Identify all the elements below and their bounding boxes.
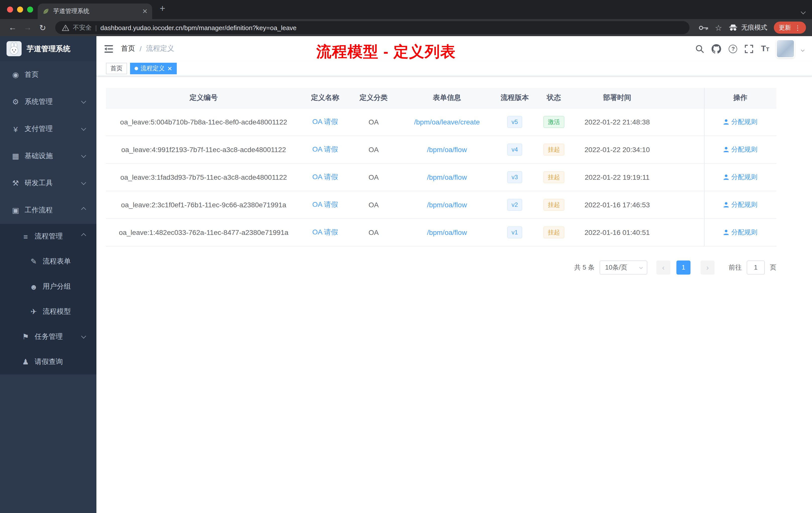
cell-definition-id: oa_leave:1:482ec033-762a-11ec-8477-a2380…	[106, 218, 301, 246]
version-tag: v1	[507, 226, 522, 238]
definition-table: 定义编号 定义名称 定义分类 表单信息 流程版本 状态 部署时间 操作	[106, 88, 776, 246]
cell-action: 分配规则	[704, 191, 776, 218]
browser-tab[interactable]: 芋道管理系统 ✕	[38, 3, 152, 19]
definition-name-link[interactable]: OA 请假	[312, 145, 338, 153]
tab-strip: 芋道管理系统 ✕ +	[0, 0, 812, 19]
assign-rule-link[interactable]: 分配规则	[723, 228, 757, 237]
form-icon: ✎	[29, 257, 38, 266]
new-tab-button[interactable]: +	[160, 3, 165, 13]
form-link[interactable]: /bpm/oa/flow	[427, 145, 467, 153]
next-page-button[interactable]: ›	[700, 260, 715, 274]
app-navbar: 首页 / 流程定义 流程模型 - 定义列表 ? TT	[96, 36, 812, 61]
status-badge: 挂起	[543, 171, 564, 183]
reload-button[interactable]: ↻	[36, 23, 49, 32]
zoom-window-button[interactable]	[27, 6, 33, 12]
sidebar-item-dev-tools[interactable]: ⚒ 研发工具	[0, 170, 96, 197]
users-icon: ☻	[29, 282, 38, 291]
page-size-select[interactable]: 10条/页	[600, 260, 647, 274]
sidebar-logo-row[interactable]: 芋道管理系统	[0, 36, 96, 61]
form-link[interactable]: /bpm/oa/flow	[427, 228, 467, 236]
chevron-up-icon	[81, 233, 86, 238]
gear-icon: ⚙	[11, 97, 20, 107]
chevron-down-icon	[81, 180, 86, 185]
sidebar-item-user-group[interactable]: ☻ 用户分组	[0, 274, 96, 299]
sidebar-item-label: 流程管理	[35, 232, 63, 241]
version-tag: v5	[507, 116, 522, 128]
definition-name-link[interactable]: OA 请假	[312, 117, 338, 125]
tab-search-chevron-icon[interactable]	[802, 6, 805, 16]
monitor-icon: ▦	[11, 152, 20, 161]
sidebar-item-home[interactable]: ◉ 首页	[0, 61, 96, 88]
page-number-1[interactable]: 1	[676, 260, 691, 274]
back-button[interactable]: ←	[6, 23, 19, 32]
bookmark-star-icon[interactable]: ☆	[715, 23, 722, 32]
github-icon[interactable]	[712, 44, 721, 54]
assign-rule-link[interactable]: 分配规则	[723, 145, 757, 154]
avatar[interactable]	[777, 40, 794, 57]
cell-form: /bpm/oa/flow	[398, 191, 496, 218]
table-row: oa_leave:4:991f2193-7b7f-11ec-a3c8-acde4…	[106, 135, 776, 163]
cell-form: /bpm/oa/leave/create	[398, 108, 496, 135]
definition-name-link[interactable]: OA 请假	[312, 200, 338, 208]
prev-page-button[interactable]: ‹	[656, 260, 670, 274]
column-header-category: 定义分类	[349, 88, 398, 108]
pagination-total: 共 5 条	[574, 263, 594, 272]
incognito-badge[interactable]: 无痕模式	[729, 23, 767, 32]
goto-page-input[interactable]	[747, 260, 765, 274]
browser-menu-icon[interactable]: ⋮	[794, 24, 801, 31]
assign-rule-link[interactable]: 分配规则	[723, 117, 757, 126]
form-link[interactable]: /bpm/oa/leave/create	[414, 118, 480, 126]
search-icon[interactable]	[696, 44, 704, 53]
cell-form: /bpm/oa/flow	[398, 135, 496, 163]
tag-label: 首页	[111, 64, 122, 73]
url-field[interactable]: 不安全 | dashboard.yudao.iocoder.cn/bpm/man…	[55, 21, 689, 34]
assign-rule-link[interactable]: 分配规则	[723, 173, 757, 181]
tag-process-definition[interactable]: 流程定义 ✕	[130, 63, 177, 74]
assign-rule-label: 分配规则	[731, 200, 757, 209]
assign-rule-link[interactable]: 分配规则	[723, 200, 757, 209]
cell-action: 分配规则	[704, 163, 776, 191]
address-bar-actions: ☆ 无痕模式 更新 ⋮	[695, 22, 806, 34]
sidebar-item-leave-query[interactable]: ♟ 请假查询	[0, 350, 96, 374]
font-size-icon[interactable]: TT	[761, 44, 769, 53]
table-row: oa_leave:5:004b710b-7b8a-11ec-8ef0-acde4…	[106, 108, 776, 135]
security-label[interactable]: 不安全	[73, 23, 92, 32]
sidebar-item-process-model[interactable]: ✈ 流程模型	[0, 299, 96, 324]
sidebar-item-process-form[interactable]: ✎ 流程表单	[0, 249, 96, 274]
version-tag: v2	[507, 199, 522, 211]
close-window-button[interactable]	[7, 6, 13, 12]
tab-close-icon[interactable]: ✕	[142, 7, 148, 15]
sidebar-item-system[interactable]: ⚙ 系统管理	[0, 88, 96, 116]
update-button[interactable]: 更新 ⋮	[774, 22, 806, 34]
sidebar-item-label: 支付管理	[25, 124, 53, 133]
sidebar-item-infrastructure[interactable]: ▦ 基础设施	[0, 143, 96, 170]
cell-definition-name: OA 请假	[301, 135, 349, 163]
breadcrumb-home[interactable]: 首页	[121, 44, 135, 53]
help-icon[interactable]: ?	[729, 44, 737, 53]
sidebar-item-process-management[interactable]: ≡ 流程管理	[0, 224, 96, 249]
key-icon[interactable]	[698, 24, 708, 31]
form-link[interactable]: /bpm/oa/flow	[427, 201, 467, 209]
minimize-window-button[interactable]	[17, 6, 23, 12]
goto-unit-label: 页	[770, 263, 776, 272]
yen-icon: ¥	[11, 125, 20, 133]
sidebar-item-workflow[interactable]: ▣ 工作流程	[0, 197, 96, 224]
definition-name-link[interactable]: OA 请假	[312, 173, 338, 180]
person-icon	[723, 146, 729, 152]
active-tag-dot	[135, 67, 138, 70]
tag-close-icon[interactable]: ✕	[167, 65, 172, 71]
tag-home[interactable]: 首页	[106, 63, 127, 74]
definition-name-link[interactable]: OA 请假	[312, 228, 338, 236]
breadcrumb-current: 流程定义	[146, 44, 174, 53]
page-size-value: 10条/页	[605, 263, 627, 272]
sidebar-item-task-management[interactable]: ⚑ 任务管理	[0, 324, 96, 350]
cell-version: v1	[496, 218, 534, 246]
forward-button[interactable]: →	[21, 23, 34, 32]
chevron-down-icon	[81, 99, 86, 104]
window-controls	[7, 6, 33, 12]
sidebar-item-payment[interactable]: ¥ 支付管理	[0, 116, 96, 143]
fullscreen-icon[interactable]	[745, 44, 754, 53]
form-link[interactable]: /bpm/oa/flow	[427, 173, 467, 181]
hamburger-icon[interactable]	[105, 45, 113, 53]
avatar-caret-down-icon[interactable]	[802, 44, 804, 53]
